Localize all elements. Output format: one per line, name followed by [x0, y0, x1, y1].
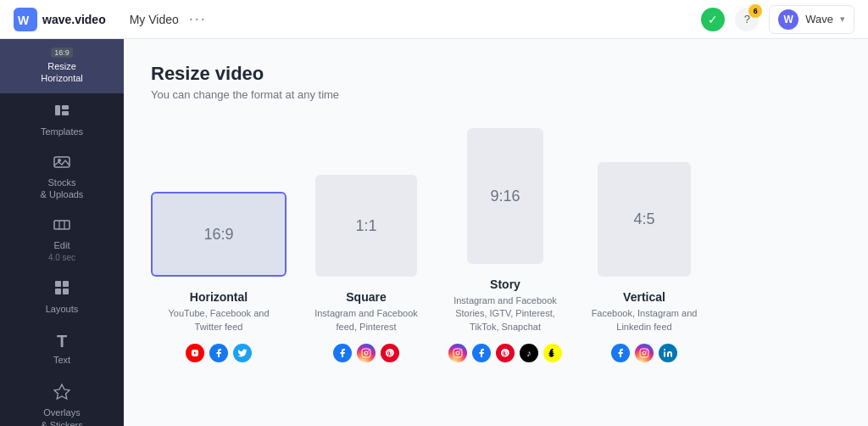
sidebar-item-overlays[interactable]: Overlays& Stickers — [0, 374, 124, 426]
sidebar-item-stocks-label: Stocks& Uploads — [41, 177, 84, 201]
format-shape-vertical: 4:5 — [598, 162, 691, 277]
sidebar-item-resize-label: ResizeHorizontal — [41, 60, 83, 85]
sidebar-item-templates-label: Templates — [41, 126, 83, 137]
sidebar-item-resize[interactable]: 16:9 ResizeHorizontal — [0, 39, 124, 93]
format-icons-horizontal — [186, 344, 252, 362]
user-menu-button[interactable]: W Wave ▾ — [769, 5, 854, 34]
logo-area: W wave.video — [14, 8, 106, 31]
svg-point-21 — [364, 351, 368, 355]
sidebar-item-layouts-label: Layouts — [46, 303, 79, 315]
templates-icon — [53, 102, 70, 123]
svg-text:W: W — [18, 14, 30, 27]
text-icon: T — [57, 332, 67, 351]
format-desc-story: Instagram and Facebook Stories, IGTV, Pi… — [446, 294, 565, 334]
sidebar-item-stocks[interactable]: Stocks& Uploads — [0, 146, 124, 210]
format-shape-square: 1:1 — [315, 175, 417, 277]
svg-rect-26 — [640, 349, 648, 357]
svg-rect-4 — [62, 111, 69, 115]
youtube-icon — [186, 344, 204, 362]
sidebar-item-text-label: Text — [53, 354, 70, 366]
format-desc-horizontal: YouTube, Facebook and Twitter feed — [159, 307, 278, 334]
content-area: Resize video You can change the format a… — [124, 39, 868, 426]
resize-ratio-badge: 16:9 — [51, 48, 73, 58]
sidebar-item-edit[interactable]: Edit 4.0 sec — [0, 209, 124, 270]
format-icons-square — [333, 344, 399, 362]
svg-rect-8 — [55, 281, 61, 287]
format-card-vertical[interactable]: 4:5 Vertical Facebook, Instagram and Lin… — [585, 162, 704, 362]
sidebar-item-layouts[interactable]: Layouts — [0, 271, 124, 323]
format-name-vertical: Vertical — [623, 290, 665, 304]
svg-point-6 — [58, 159, 61, 162]
format-name-story: Story — [490, 277, 520, 291]
svg-point-25 — [459, 350, 461, 352]
format-grid: 16:9 Horizontal YouTube, Facebook and Tw… — [151, 128, 841, 376]
sidebar-item-text[interactable]: T Text — [0, 323, 124, 374]
svg-point-27 — [643, 351, 646, 355]
facebook-icon-3 — [472, 344, 491, 362]
logo-text: wave.video — [42, 13, 106, 26]
layouts-icon — [53, 279, 70, 300]
avatar: W — [778, 9, 798, 30]
sidebar-item-templates[interactable]: Templates — [0, 93, 124, 146]
svg-rect-3 — [62, 105, 69, 109]
svg-point-24 — [456, 351, 459, 355]
facebook-icon-1 — [209, 344, 228, 362]
help-button: ? 6 — [735, 8, 759, 31]
format-card-horizontal[interactable]: 16:9 Horizontal YouTube, Facebook and Tw… — [151, 192, 287, 362]
wave-logo-icon: W — [14, 8, 37, 31]
notification-badge: 6 — [748, 4, 762, 18]
facebook-icon-4 — [611, 344, 630, 362]
main-layout: 16:9 ResizeHorizontal Templates — [0, 39, 868, 426]
instagram-icon-1 — [357, 344, 376, 362]
format-desc-vertical: Facebook, Instagram and Linkedin feed — [585, 307, 704, 334]
format-desc-square: Instagram and Facebook feed, Pinterest — [307, 307, 426, 334]
svg-rect-9 — [63, 281, 69, 287]
linkedin-icon — [659, 344, 677, 362]
format-shape-story: 9:16 — [467, 128, 543, 264]
user-name: Wave — [805, 13, 833, 25]
instagram-icon-3 — [635, 344, 654, 362]
overlays-icon — [53, 383, 70, 404]
tiktok-icon: ♪ — [520, 344, 538, 362]
pinterest-icon-1 — [381, 344, 399, 362]
page-subtitle: You can change the format at any time — [151, 88, 841, 101]
project-title: My Video — [130, 13, 179, 26]
pinterest-icon-2 — [496, 344, 515, 362]
svg-point-22 — [368, 350, 370, 352]
snapchat-icon — [543, 344, 562, 362]
format-icons-story: ♪ — [448, 344, 562, 362]
svg-rect-7 — [54, 221, 70, 229]
page-title: Resize video — [151, 63, 841, 85]
format-shape-horizontal: 16:9 — [151, 192, 287, 277]
sidebar-item-edit-duration: 4.0 sec — [48, 253, 75, 262]
edit-icon — [53, 217, 70, 237]
svg-rect-23 — [453, 349, 462, 357]
topbar: W wave.video My Video ··· ✓ ? 6 W Wave ▾ — [0, 0, 868, 39]
format-name-horizontal: Horizontal — [190, 290, 248, 304]
format-name-square: Square — [346, 290, 386, 304]
svg-rect-10 — [55, 289, 61, 294]
instagram-icon-2 — [448, 344, 467, 362]
save-check-button[interactable]: ✓ — [701, 8, 725, 31]
svg-marker-12 — [54, 384, 70, 399]
chevron-down-icon: ▾ — [840, 14, 845, 25]
facebook-icon-2 — [333, 344, 352, 362]
svg-rect-2 — [55, 105, 60, 115]
format-card-square[interactable]: 1:1 Square Instagram and Facebook feed, … — [307, 175, 426, 362]
more-options-button[interactable]: ··· — [189, 10, 207, 28]
sidebar-item-overlays-label: Overlays& Stickers — [41, 406, 83, 426]
svg-point-29 — [664, 349, 665, 350]
format-card-story[interactable]: 9:16 Story Instagram and Facebook Storie… — [446, 128, 565, 362]
sidebar: 16:9 ResizeHorizontal Templates — [0, 39, 124, 426]
format-icons-vertical — [611, 344, 677, 362]
sidebar-item-edit-label: Edit — [54, 239, 70, 251]
stocks-icon — [53, 154, 70, 174]
svg-rect-20 — [362, 349, 370, 357]
svg-point-28 — [646, 350, 648, 352]
twitter-icon — [233, 344, 252, 362]
svg-rect-11 — [63, 289, 69, 294]
